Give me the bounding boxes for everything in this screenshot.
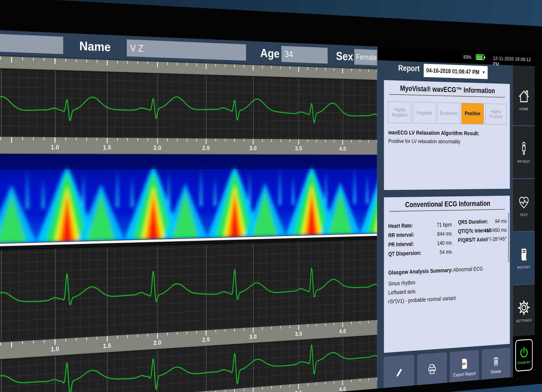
measurement-value: 71 bpm: [427, 221, 452, 228]
age-label: Age: [260, 46, 280, 60]
sidebar-item-label: SETTINGS: [516, 318, 531, 323]
time-tick-label: 3.0: [249, 333, 257, 341]
ecg-display-area: 1.01.52.02.53.03.54.0 1.01.52.02.53.03.5…: [0, 54, 377, 392]
pdf-file-icon: PDF: [460, 357, 469, 371]
sex-label: Sex: [336, 49, 353, 63]
measurement-value: 9°/-28°/45°: [484, 236, 507, 243]
device-screen: Name V Z Age 34 Sex Female 83% 12-11-202…: [0, 28, 535, 392]
time-tick-label: 1.5: [103, 144, 111, 151]
measurement-label: Heart Rate:: [388, 222, 413, 229]
device-bezel: Name V Z Age 34 Sex Female 83% 12-11-202…: [0, 0, 542, 392]
ecg-trace-1: [0, 67, 377, 140]
photo-background: Name V Z Age 34 Sex Female 83% 12-11-202…: [0, 0, 542, 392]
classification-button-highly-negative[interactable]: Highly Negative: [388, 101, 411, 123]
time-tick-label: 1.5: [103, 342, 111, 350]
sidebar-item-test[interactable]: TEST: [513, 179, 535, 232]
measurement-value: 414/450 ms: [484, 227, 507, 234]
name-label: Name: [79, 38, 111, 54]
classification-buttons-row: Highly NegativeNegativeBorderlinePositiv…: [388, 101, 507, 125]
time-tick-label: 4.0: [339, 145, 346, 152]
delete-label: Delete: [491, 369, 501, 375]
measurement-label: PR Interval:: [388, 241, 414, 248]
sidebar-item-label: REPORT: [518, 265, 530, 270]
algorithm-result-heading: wavECG LV Relaxation Algorithm Result:: [388, 129, 479, 136]
time-tick-label: 2.5: [202, 336, 210, 343]
measurement-label: RR Interval:: [388, 232, 414, 239]
power-icon: [519, 345, 529, 361]
standby-label: STAND BY: [518, 360, 531, 365]
name-input[interactable]: V Z: [127, 39, 246, 61]
home-icon: [517, 87, 531, 105]
standby-button[interactable]: STAND BY: [515, 339, 533, 372]
time-tick-label: 3.5: [295, 389, 302, 392]
export-report-button[interactable]: PDF Export Report: [450, 350, 479, 385]
wavecg-info-card: MyoVista® wavECG™ Information Highly Neg…: [384, 80, 510, 190]
time-tick-label: 2.0: [153, 339, 161, 347]
time-tick-label: 2.0: [153, 144, 161, 151]
time-tick-label: 1.0: [51, 143, 59, 151]
trash-icon: [491, 355, 501, 368]
time-tick-label: 1.0: [51, 345, 59, 353]
svg-text:PDF: PDF: [463, 363, 466, 365]
print-button[interactable]: [417, 352, 447, 387]
measurement-value: 844 ms: [427, 230, 452, 238]
sidebar-item-label: PATIENT: [518, 159, 530, 163]
extra-field[interactable]: [0, 31, 63, 54]
sidebar-item-label: TEST: [520, 213, 528, 217]
summary-line: Leftward axis: [388, 288, 415, 296]
wavecg-spectrogram: [0, 154, 377, 245]
report-icon: [518, 246, 530, 264]
sidebar-item-home[interactable]: HOME: [513, 73, 535, 126]
classification-button-borderline[interactable]: Borderline: [438, 102, 460, 124]
pen-icon: [394, 365, 404, 379]
sidebar-item-patient[interactable]: PATIENT: [513, 126, 535, 179]
glasgow-summary-label: Glasgow Analysis Summary:: [388, 267, 453, 276]
chevron-down-icon[interactable]: ▼: [482, 70, 485, 75]
time-tick-label: 4.0: [339, 385, 346, 392]
summary-line: rSr'(V1) - probable normal variant: [388, 295, 455, 305]
classification-button-positive[interactable]: Positive: [461, 103, 484, 124]
sign-button[interactable]: [384, 355, 414, 390]
sidebar-item-label: HOME: [519, 107, 528, 111]
time-tick-label: 3.5: [295, 145, 302, 152]
gear-icon: [517, 299, 531, 317]
delete-button[interactable]: Delete: [482, 348, 510, 382]
panel-divider: [377, 47, 378, 389]
nav-sidebar: HOMEPATIENTTESTREPORTSETTINGS: [513, 65, 535, 377]
measurement-label: QT Dispersion:: [388, 250, 421, 257]
report-label: Report: [398, 63, 420, 73]
measurement-value: 54 ms: [427, 249, 452, 256]
export-report-label: Export Report: [453, 371, 476, 378]
time-tick-label: 3.0: [249, 145, 257, 152]
time-tick-label: 3.5: [295, 330, 302, 338]
age-input[interactable]: 34: [282, 46, 328, 64]
battery-icon: [476, 54, 484, 60]
patient-icon: [518, 141, 530, 158]
summary-line: Sinus rhythm: [388, 279, 415, 287]
measurement-value: 94 ms: [484, 218, 507, 225]
glasgow-summary-value: Abnormal ECG: [453, 266, 483, 273]
measurement-label: P/QRS/T Axis:: [458, 236, 487, 243]
heart-pulse-icon: [517, 193, 531, 211]
sidebar-item-report[interactable]: REPORT: [513, 232, 535, 285]
time-tick-label: 2.5: [202, 145, 210, 152]
conventional-ecg-card: Conventional ECG Information Heart Rate:…: [384, 196, 510, 353]
classification-button-negative[interactable]: Negative: [413, 102, 436, 124]
battery-percent: 83%: [463, 54, 471, 60]
algorithm-result-text: Positive for LV relaxation abnormality: [388, 138, 460, 145]
report-dropdown[interactable]: 04-16-2018 01:08:47 PM ▼: [424, 64, 488, 79]
conventional-card-title: Conventional ECG Information: [384, 199, 510, 209]
time-tick-label: 4.0: [339, 327, 346, 335]
printer-icon: [427, 362, 438, 377]
sidebar-item-settings[interactable]: SETTINGS: [513, 284, 535, 338]
report-dropdown-value: 04-16-2018 01:08:47 PM: [426, 67, 479, 76]
scrollbar[interactable]: [508, 212, 509, 262]
measurement-value: 140 ms: [427, 240, 452, 247]
wavecg-card-title: MyoVista® wavECG™ Information: [384, 84, 510, 95]
classification-button-highly-positive[interactable]: Highly Positive: [485, 103, 507, 125]
